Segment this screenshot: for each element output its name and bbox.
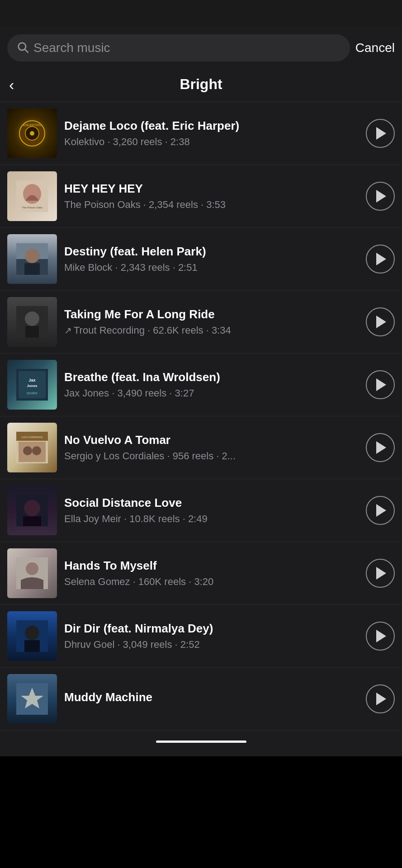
track-name: Dir Dir (feat. Nirmalya Dey) <box>64 622 359 636</box>
play-icon <box>376 316 386 328</box>
track-meta: Selena Gomez · 160K reels · 3:20 <box>64 576 359 588</box>
track-info: Taking Me For A Long Ride ↗ Trout Record… <box>64 307 359 336</box>
track-thumbnail: LOS CARDENAS <box>7 423 57 472</box>
play-icon <box>376 567 386 580</box>
track-thumbnail <box>7 297 57 347</box>
search-bar-container: Cancel <box>0 27 402 69</box>
page-header: ‹ Bright <box>0 69 402 102</box>
svg-point-31 <box>26 562 38 575</box>
track-meta: Sergio y Los Cordiales · 956 reels · 2..… <box>64 450 359 462</box>
list-item[interactable]: Taking Me For A Long Ride ↗ Trout Record… <box>0 291 402 354</box>
search-input[interactable] <box>33 41 341 55</box>
play-button[interactable] <box>366 307 395 336</box>
list-item[interactable]: The Poison Oaks HEY HEY HEY The Poison O… <box>0 165 402 228</box>
list-item[interactable]: Jax Jones breathe Breathe (feat. Ina Wro… <box>0 354 402 416</box>
scroll-indicator <box>156 741 246 743</box>
svg-point-11 <box>25 249 39 263</box>
cancel-button[interactable]: Cancel <box>355 39 395 57</box>
track-name: Hands To Myself <box>64 559 359 573</box>
back-button[interactable]: ‹ <box>9 77 14 92</box>
track-info: Dejame Loco (feat. Eric Harper) Kolektiv… <box>64 119 359 147</box>
svg-point-25 <box>23 446 32 455</box>
play-button[interactable] <box>366 559 395 588</box>
track-name: Dejame Loco (feat. Eric Harper) <box>64 119 359 133</box>
track-thumbnail <box>7 548 57 598</box>
play-icon <box>376 630 386 642</box>
status-bar <box>0 0 402 27</box>
trending-icon: ↗ <box>64 325 72 336</box>
list-item[interactable]: Hands To Myself Selena Gomez · 160K reel… <box>0 542 402 605</box>
svg-text:LOS CARDENAS: LOS CARDENAS <box>21 436 43 439</box>
svg-rect-29 <box>23 516 41 526</box>
track-name: Social Distance Love <box>64 496 359 510</box>
track-name: Taking Me For A Long Ride <box>64 307 359 321</box>
track-thumbnail: KOLEKTIVO <box>7 108 57 158</box>
track-info: Social Distance Love Ella Joy Meir · 10.… <box>64 496 359 524</box>
svg-text:breathe: breathe <box>27 392 38 395</box>
play-icon <box>376 253 386 265</box>
track-info: No Vuelvo A Tomar Sergio y Los Cordiales… <box>64 433 359 462</box>
track-name: Muddy Machine <box>64 690 359 704</box>
track-thumbnail: The Poison Oaks <box>7 171 57 221</box>
svg-line-1 <box>25 49 28 52</box>
play-button[interactable] <box>366 684 395 713</box>
svg-text:KOLEKTIVO: KOLEKTIVO <box>23 123 42 127</box>
play-button[interactable] <box>366 182 395 211</box>
track-thumbnail <box>7 674 57 724</box>
svg-rect-24 <box>19 442 46 462</box>
play-icon <box>376 378 386 391</box>
svg-rect-15 <box>25 326 39 338</box>
track-info: Hands To Myself Selena Gomez · 160K reel… <box>64 559 359 587</box>
track-name: Destiny (feat. Helen Park) <box>64 245 359 259</box>
play-icon <box>376 441 386 454</box>
track-meta: Dhruv Goel · 3,049 reels · 2:52 <box>64 639 359 651</box>
play-icon <box>376 190 386 203</box>
track-name: No Vuelvo A Tomar <box>64 433 359 447</box>
list-item[interactable]: Destiny (feat. Helen Park) Mike Block · … <box>0 228 402 291</box>
play-icon <box>376 693 386 705</box>
track-thumbnail <box>7 486 57 535</box>
list-item[interactable]: KOLEKTIVO Dejame Loco (feat. Eric Harper… <box>0 102 402 165</box>
svg-text:Jax: Jax <box>28 378 35 382</box>
track-info: Breathe (feat. Ina Wroldsen) Jax Jones ·… <box>64 370 359 399</box>
track-thumbnail <box>7 234 57 284</box>
svg-point-4 <box>30 131 34 136</box>
svg-text:Jones: Jones <box>27 384 38 388</box>
search-icon <box>16 41 29 55</box>
play-button[interactable] <box>366 496 395 525</box>
play-icon <box>376 504 386 517</box>
svg-point-7 <box>23 184 41 204</box>
svg-point-14 <box>25 311 39 326</box>
play-button[interactable] <box>366 433 395 462</box>
track-thumbnail: Jax Jones breathe <box>7 360 57 410</box>
play-icon <box>376 127 386 140</box>
track-meta: Jax Jones · 3,490 reels · 3:27 <box>64 387 359 399</box>
track-name: Breathe (feat. Ina Wroldsen) <box>64 370 359 384</box>
svg-point-33 <box>25 626 39 640</box>
track-thumbnail <box>7 611 57 661</box>
track-info: Destiny (feat. Helen Park) Mike Block · … <box>64 245 359 273</box>
play-button[interactable] <box>366 622 395 651</box>
track-info: HEY HEY HEY The Poison Oaks · 2,354 reel… <box>64 182 359 210</box>
track-name: HEY HEY HEY <box>64 182 359 196</box>
svg-rect-12 <box>24 263 40 275</box>
page-title: Bright <box>180 76 222 93</box>
track-info: Dir Dir (feat. Nirmalya Dey) Dhruv Goel … <box>64 622 359 650</box>
track-meta: The Poison Oaks · 2,354 reels · 3:53 <box>64 199 359 211</box>
play-button[interactable] <box>366 370 395 399</box>
svg-rect-34 <box>24 640 40 652</box>
track-meta: ↗ Trout Recording · 62.6K reels · 3:34 <box>64 325 359 336</box>
list-item[interactable]: Social Distance Love Ella Joy Meir · 10.… <box>0 479 402 542</box>
svg-point-26 <box>32 446 41 455</box>
track-meta: Ella Joy Meir · 10.8K reels · 2:49 <box>64 513 359 525</box>
list-item[interactable]: LOS CARDENAS No Vuelvo A Tomar Sergio y … <box>0 416 402 479</box>
list-item[interactable]: Dir Dir (feat. Nirmalya Dey) Dhruv Goel … <box>0 605 402 668</box>
track-meta: Kolektivo · 3,260 reels · 2:38 <box>64 136 359 148</box>
list-item[interactable]: Muddy Machine <box>0 668 402 731</box>
track-meta: Mike Block · 2,343 reels · 2:51 <box>64 262 359 274</box>
play-button[interactable] <box>366 245 395 274</box>
svg-point-28 <box>24 500 40 516</box>
svg-text:The Poison Oaks: The Poison Oaks <box>22 206 43 209</box>
search-input-wrapper[interactable] <box>7 34 350 61</box>
play-button[interactable] <box>366 119 395 148</box>
